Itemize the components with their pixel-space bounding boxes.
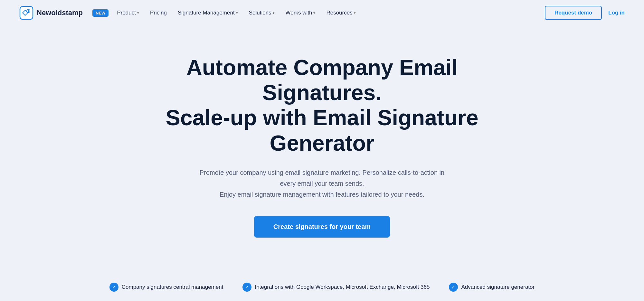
logo-text: Newoldstamp <box>37 9 83 17</box>
chevron-down-icon: ▾ <box>273 11 275 15</box>
nav-links: NEW Product ▾ Pricing Signature Manageme… <box>92 8 545 18</box>
chevron-down-icon: ▾ <box>354 11 356 15</box>
chevron-down-icon: ▾ <box>313 11 315 15</box>
nav-solutions[interactable]: Solutions ▾ <box>244 8 279 18</box>
hero-subtitle: Promote your company using email signatu… <box>193 167 451 200</box>
hero-section: Automate Company Email Signatures. Scale… <box>0 26 644 257</box>
hero-title: Automate Company Email Signatures. Scale… <box>145 55 499 155</box>
navbar: Newoldstamp NEW Product ▾ Pricing Signat… <box>0 0 644 26</box>
nav-actions: Request demo Log in <box>545 6 625 20</box>
chevron-down-icon: ▾ <box>137 11 139 15</box>
logo-area[interactable]: Newoldstamp <box>19 6 83 20</box>
cta-button[interactable]: Create signatures for your team <box>254 216 390 238</box>
nav-product[interactable]: Product ▾ <box>112 8 144 18</box>
request-demo-button[interactable]: Request demo <box>545 6 602 20</box>
feature-item: ✓ Company signatures central management <box>109 283 223 292</box>
feature-item: ✓ Integrations with Google Workspace, Mi… <box>242 283 430 292</box>
nav-works-with[interactable]: Works with ▾ <box>281 8 320 18</box>
chevron-down-icon: ▾ <box>236 11 238 15</box>
feature-item: ✓ Advanced signature generator <box>449 283 535 292</box>
svg-rect-0 <box>20 6 33 19</box>
check-icon: ✓ <box>449 283 458 292</box>
check-icon: ✓ <box>109 283 118 292</box>
new-badge: NEW <box>92 9 109 17</box>
nav-resources[interactable]: Resources ▾ <box>322 8 360 18</box>
login-button[interactable]: Log in <box>608 10 625 16</box>
logo-icon <box>19 6 33 20</box>
features-row-1: ✓ Company signatures central management … <box>0 257 644 301</box>
nav-signature-management[interactable]: Signature Management ▾ <box>173 8 242 18</box>
check-icon: ✓ <box>242 283 251 292</box>
nav-pricing[interactable]: Pricing <box>146 8 171 18</box>
